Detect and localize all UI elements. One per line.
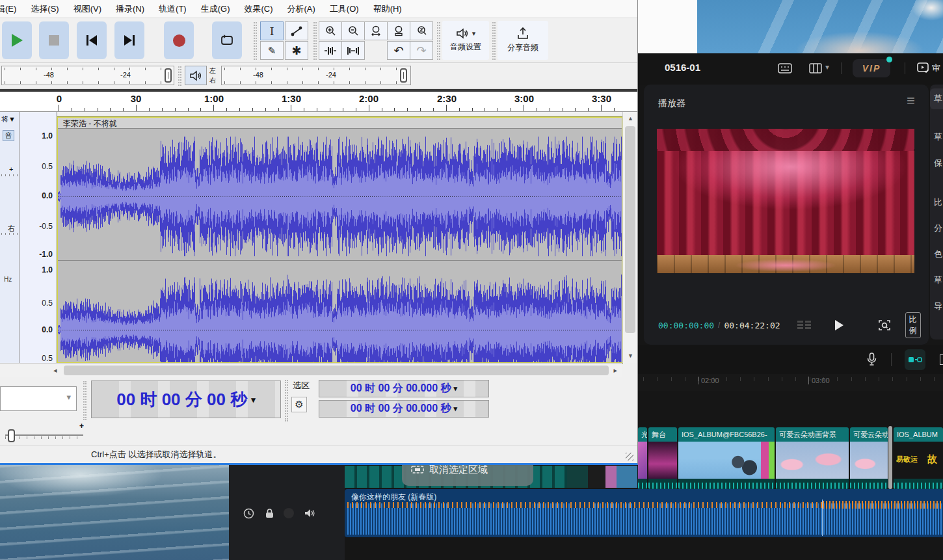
vertical-scrollbar[interactable]: ▲ ▼ (622, 112, 637, 363)
audio-track[interactable]: 李荣浩 - 不将就 (57, 117, 622, 363)
side-item-fragment[interactable]: 色 (934, 248, 942, 260)
side-item-fragment[interactable]: 草 (934, 93, 942, 105)
recording-slider-handle[interactable] (165, 68, 172, 83)
skip-to-end-button[interactable] (114, 21, 144, 59)
gain-plus-fragment[interactable]: + (9, 165, 13, 173)
scroll-right-icon[interactable]: ▸ (613, 367, 617, 373)
timeline-playhead[interactable] (888, 426, 892, 489)
selection-tool-button[interactable]: I (260, 21, 284, 40)
menu-transport[interactable]: 播录(N) (109, 3, 152, 15)
menu-select[interactable]: 选择(S) (23, 3, 66, 15)
preview-quality-icon[interactable] (878, 319, 891, 332)
playback-slider-handle[interactable] (400, 68, 407, 83)
side-item-fragment[interactable]: 保 (934, 157, 942, 169)
menu-tracks[interactable]: 轨道(T) (152, 3, 194, 15)
loop-button[interactable] (212, 21, 242, 59)
audio-host-combobox[interactable]: ▾ (0, 386, 77, 411)
envelope-tool-button[interactable] (285, 21, 308, 40)
video-clip[interactable]: IOS_ALBUM@FBC56B26- (678, 427, 775, 489)
audio-setup-button[interactable]: ▾ 音频设置 (442, 21, 489, 60)
undo-button[interactable]: ↶ (387, 41, 410, 60)
speaker-small-icon[interactable] (303, 507, 316, 520)
speed-icon[interactable] (242, 507, 255, 520)
ratio-button[interactable]: 比例 (905, 312, 921, 338)
track-title[interactable]: 李荣浩 - 不将就 (58, 118, 622, 129)
zoom-toggle-button[interactable] (410, 21, 433, 40)
side-item-fragment[interactable]: 草 (934, 274, 942, 286)
menu-tools[interactable]: 工具(O) (323, 3, 366, 15)
menu-generate[interactable]: 生成(G) (194, 3, 237, 15)
record-button[interactable] (164, 21, 194, 59)
toolbar-grip[interactable] (254, 22, 257, 60)
video-clip[interactable]: 可爱云朵动画背景 (776, 427, 849, 489)
scroll-down-icon[interactable]: ▼ (628, 353, 633, 359)
track-name-fragment[interactable]: 将▼ (1, 114, 16, 124)
vip-badge[interactable]: VIP (853, 59, 890, 77)
recording-meter[interactable]: -48 -24 (1, 66, 174, 85)
mute-button-fragment[interactable]: 音 (3, 130, 14, 141)
lock-icon[interactable] (263, 507, 276, 520)
playback-speaker-button[interactable] (185, 66, 207, 85)
timeline-ruler[interactable]: 02:00 03:00 (638, 374, 943, 391)
play-button[interactable] (2, 21, 32, 59)
menu-help[interactable]: 帮助(H) (366, 3, 409, 15)
silence-audio-button[interactable] (341, 41, 365, 60)
waveform[interactable] (58, 129, 622, 362)
video-preview[interactable] (657, 129, 914, 273)
menu-view[interactable]: 视图(V) (66, 3, 109, 15)
toolbar-grip[interactable] (83, 381, 86, 420)
toolbar-grip[interactable] (285, 380, 288, 421)
track-control-panel[interactable]: 将▼ 音 + 右 Hz (0, 112, 20, 363)
scroll-up-icon[interactable]: ▲ (628, 116, 633, 122)
side-item-fragment[interactable]: 分 (934, 222, 942, 234)
trim-audio-button[interactable] (319, 41, 342, 60)
pan-slider-fragment[interactable] (1, 233, 18, 235)
toolbar-grip[interactable] (178, 66, 181, 86)
zoom-fit-button[interactable] (387, 21, 410, 40)
zoom-out-button[interactable] (341, 21, 365, 40)
disabled-dot-icon[interactable] (284, 508, 294, 518)
video-clip[interactable]: IOS_ALBUM 易敬运 故 (894, 427, 943, 489)
speed-slider-handle[interactable] (8, 429, 15, 442)
layout-panels-icon[interactable] (808, 62, 823, 74)
toolbar-grip[interactable] (313, 22, 317, 60)
video-clip[interactable]: 光秀 (638, 427, 647, 489)
selection-end-field[interactable]: 00 时 00 分 00.000 秒 ▾ (319, 400, 489, 418)
video-clip[interactable]: 舞台 (648, 427, 677, 489)
video-clip[interactable]: 可爱云朵动 (850, 427, 888, 489)
pan-right-fragment[interactable]: 右 (8, 224, 15, 233)
draw-tool-button[interactable]: ✎ (260, 41, 284, 60)
menu-edit[interactable]: 辑(E) (0, 3, 23, 15)
frames-list-icon[interactable] (797, 320, 812, 330)
resize-grip[interactable] (626, 453, 633, 460)
zoom-selection-button[interactable] (364, 21, 388, 40)
selection-settings-button[interactable]: ⚙ (291, 397, 307, 412)
music-track[interactable]: 像你这样的朋友 (新春版) (345, 489, 943, 537)
side-item-fragment[interactable]: 导 (934, 300, 942, 312)
skip-to-start-button[interactable] (77, 21, 107, 59)
selection-caret-icon[interactable]: ▾ (454, 384, 458, 393)
zoom-in-button[interactable] (319, 21, 342, 40)
layout-caret-icon[interactable]: ▾ (825, 62, 829, 72)
toolbar-grip[interactable] (492, 22, 496, 60)
shortcut-keyboard-icon[interactable] (777, 62, 793, 74)
time-display[interactable]: 00 时 00 分 00 秒 ▾ (91, 380, 281, 418)
review-icon[interactable] (916, 62, 929, 73)
playback-meter[interactable]: -48 -24 (221, 66, 411, 85)
share-audio-button[interactable]: 分享音频 (498, 21, 548, 60)
horizontal-scrollbar[interactable]: ◂ ▸ (0, 363, 622, 377)
play-icon[interactable] (834, 319, 844, 331)
auto-snap-icon[interactable] (905, 349, 925, 370)
vscroll-thumb[interactable] (625, 126, 635, 333)
menu-effect[interactable]: 效果(C) (237, 3, 280, 15)
toolbar-grip[interactable] (437, 22, 440, 60)
gain-slider-fragment[interactable] (1, 174, 18, 176)
scroll-left-icon[interactable]: ◂ (53, 367, 57, 373)
player-menu-icon[interactable]: ≡ (907, 92, 915, 109)
multi-tool-button[interactable]: ✱ (285, 41, 308, 60)
microphone-icon[interactable] (867, 353, 877, 366)
timeline-ruler[interactable]: 0 30 1:00 1:30 2:00 2:30 3:00 3:30 (0, 89, 637, 112)
stop-button[interactable] (39, 21, 69, 59)
cut-toolbar-icon-fragment[interactable] (940, 354, 943, 365)
selection-start-field[interactable]: 00 时 00 分 00.000 秒 ▾ (319, 380, 489, 397)
